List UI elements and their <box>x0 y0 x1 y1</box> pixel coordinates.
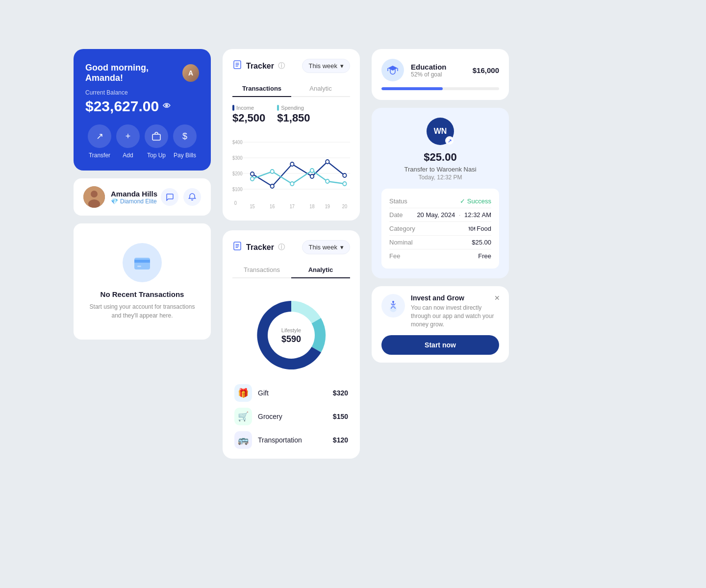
paybills-icon: $ <box>173 124 197 148</box>
tracker-tabs-bottom: Transactions Analytic <box>232 262 350 278</box>
tracker-tabs-top: Transactions Analytic <box>232 81 350 97</box>
transfer-to: Transfer to Waroenk Nasi <box>381 166 499 173</box>
svg-point-27 <box>326 160 329 164</box>
profile-name: Amanda Hills <box>111 190 157 198</box>
svg-text:15: 15 <box>250 204 254 209</box>
category-value: 🍽 Food <box>469 225 491 232</box>
right-column: Education 52% of goal $16,000 WN ↗ $25.0… <box>372 49 509 363</box>
transfer-details: Status ✓ Success Date 20 May, 2024 · 12:… <box>381 189 499 269</box>
svg-point-34 <box>343 182 346 186</box>
add-button[interactable]: + Add <box>116 124 140 159</box>
svg-point-29 <box>251 177 254 181</box>
grocery-amount: $150 <box>333 413 348 420</box>
paybills-label: Pay Bills <box>174 152 196 159</box>
no-transactions-subtitle: Start using your account for transaction… <box>85 302 199 320</box>
transport-amount: $120 <box>333 436 348 444</box>
svg-text:Lifestyle: Lifestyle <box>281 327 301 333</box>
chevron-down-icon: ▾ <box>340 62 344 70</box>
invest-card: ✕ Invest and Grow You can now invest dir… <box>372 286 509 363</box>
income-spending-metrics: Income $2,500 Spending $1,850 <box>232 105 350 124</box>
line-chart: $400 $300 $200 $100 0 15 16 17 18 19 20 <box>232 132 350 211</box>
income-value: $2,500 <box>232 112 265 124</box>
profile-info: Amanda Hills 💎 Diamond Elite <box>83 186 157 208</box>
chevron-down-icon-2: ▾ <box>340 244 344 251</box>
profile-card: Amanda Hills 💎 Diamond Elite <box>74 178 211 216</box>
svg-rect-0 <box>152 134 160 140</box>
tracker-icon <box>232 60 242 72</box>
topup-button[interactable]: Top Up <box>145 124 168 159</box>
income-label: Income <box>232 105 265 111</box>
tab-transactions-top[interactable]: Transactions <box>232 81 291 97</box>
category-list: 🎁 Gift $320 🛒 Grocery $150 🚌 Transpor <box>232 384 350 449</box>
start-now-button[interactable]: Start now <box>381 335 499 355</box>
category-gift: 🎁 Gift $320 <box>234 384 348 402</box>
notification-button[interactable] <box>183 188 201 206</box>
invest-title: Invest and Grow <box>411 294 499 302</box>
check-icon: ✓ <box>460 197 467 205</box>
svg-text:$590: $590 <box>281 334 301 344</box>
category-transportation: 🚌 Transportation $120 <box>234 431 348 449</box>
category-grocery: 🛒 Grocery $150 <box>234 408 348 425</box>
education-card: Education 52% of goal $16,000 <box>372 49 509 100</box>
gift-icon: 🎁 <box>234 384 252 402</box>
transfer-amount: $25.00 <box>381 151 499 164</box>
week-selector-bottom[interactable]: This week ▾ <box>302 240 350 254</box>
profile-badge: 💎 Diamond Elite <box>111 198 157 205</box>
message-button[interactable] <box>161 188 178 206</box>
status-row: Status ✓ Success <box>389 195 491 208</box>
svg-point-32 <box>310 169 314 172</box>
education-title: Education <box>411 63 466 71</box>
fee-row: Fee Free <box>389 249 491 263</box>
add-label: Add <box>123 152 133 159</box>
nominal-row: Nominal $25.00 <box>389 236 491 249</box>
profile-actions <box>161 188 201 206</box>
balance-card: Good morning, Amanda! A Current Balance … <box>74 49 211 171</box>
spending-metric: Spending $1,850 <box>277 105 310 124</box>
svg-point-33 <box>326 179 329 183</box>
svg-text:$300: $300 <box>232 155 243 161</box>
date-row: Date 20 May, 2024 · 12:32 AM <box>389 208 491 221</box>
svg-text:0: 0 <box>234 200 237 206</box>
svg-point-23 <box>251 172 254 176</box>
svg-text:17: 17 <box>290 204 295 209</box>
spending-label: Spending <box>277 105 310 111</box>
invest-icon <box>381 294 405 318</box>
tab-transactions-bottom[interactable]: Transactions <box>232 262 291 278</box>
greeting-text: Good morning, Amanda! <box>85 63 182 83</box>
tracker-info-icon: ⓘ <box>278 62 285 71</box>
avatar: A <box>182 64 199 82</box>
topup-label: Top Up <box>147 152 166 159</box>
svg-text:$400: $400 <box>232 140 243 145</box>
svg-rect-6 <box>137 266 141 267</box>
week-selector-top[interactable]: This week ▾ <box>302 59 350 73</box>
tracker-transactions-card: Tracker ⓘ This week ▾ Transactions Analy… <box>223 49 360 220</box>
svg-text:18: 18 <box>309 204 314 209</box>
tracker-analytic-info-icon: ⓘ <box>278 243 285 252</box>
transfer-button[interactable]: ↗ Transfer <box>88 124 111 159</box>
diamond-icon: 💎 <box>111 198 118 205</box>
education-subtitle: 52% of goal <box>411 71 466 78</box>
transfer-avatar: WN ↗ <box>427 118 454 145</box>
status-value: ✓ Success <box>460 197 491 205</box>
income-dot <box>232 105 234 111</box>
invest-text: Invest and Grow You can now invest direc… <box>411 294 499 328</box>
paybills-button[interactable]: $ Pay Bills <box>173 124 197 159</box>
close-button[interactable]: ✕ <box>492 293 502 303</box>
eye-icon[interactable]: 👁 <box>163 102 171 111</box>
svg-text:$200: $200 <box>232 171 243 176</box>
tracker-analytic-icon <box>232 241 242 253</box>
tab-analytic-top[interactable]: Analytic <box>291 81 350 97</box>
tab-analytic-bottom[interactable]: Analytic <box>291 262 350 278</box>
balance-amount: $23,627.00 <box>85 98 159 115</box>
svg-point-28 <box>343 173 346 177</box>
transfer-icon: ↗ <box>88 124 111 148</box>
income-metric: Income $2,500 <box>232 105 265 124</box>
svg-rect-5 <box>134 260 150 263</box>
date-value: 20 May, 2024 · 12:32 AM <box>417 211 491 219</box>
nominal-value: $25.00 <box>472 239 491 246</box>
category-row: Category 🍽 Food <box>389 222 491 235</box>
invest-description: You can now invest directly through our … <box>411 304 499 328</box>
invest-content: Invest and Grow You can now invest direc… <box>381 294 499 328</box>
spending-value: $1,850 <box>277 112 310 124</box>
left-column: Good morning, Amanda! A Current Balance … <box>74 49 211 340</box>
